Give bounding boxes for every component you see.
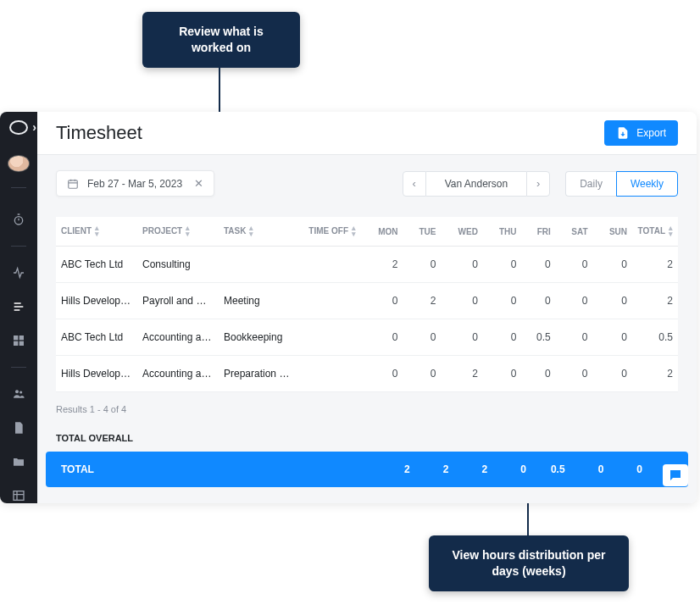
col-task[interactable]: TASK▴▾ <box>219 217 300 247</box>
col-tue[interactable]: TUE <box>403 217 442 247</box>
table-icon[interactable] <box>11 488 26 503</box>
cell-sat: 0 <box>556 319 593 356</box>
page-title: Timesheet <box>56 122 142 144</box>
cell-client: Hills Development <box>56 283 137 319</box>
col-fri[interactable]: FRI <box>522 217 556 247</box>
total-sun: 0 <box>608 463 647 475</box>
table-row[interactable]: ABC Tech LtdAccounting and …Bookkeeping0… <box>56 319 678 356</box>
col-timeoff[interactable]: TIME OFF▴▾ <box>300 217 361 247</box>
cell-sun: 0 <box>593 356 632 392</box>
annotation-bottom: View hours distribution per days (weeks) <box>429 535 629 591</box>
total-overall-label: TOTAL OVERALL <box>56 433 678 443</box>
cell-total: 2 <box>632 356 678 392</box>
cell-task: Preparation of a… <box>219 356 300 392</box>
stopwatch-icon[interactable] <box>11 212 26 227</box>
main-content: Timesheet Export Feb 27 - Mar 5, 2023 ✕ … <box>37 112 697 503</box>
table-row[interactable]: Hills DevelopmentPayroll and Glob…Meetin… <box>56 283 678 319</box>
cell-wed: 2 <box>441 356 483 392</box>
cell-sat: 0 <box>556 247 593 283</box>
total-wed: 2 <box>453 463 492 475</box>
svg-rect-2 <box>19 336 24 340</box>
results-info: Results 1 - 4 of 4 <box>56 404 678 414</box>
svg-point-0 <box>14 217 22 225</box>
table-row[interactable]: Hills DevelopmentAccounting and …Prepara… <box>56 356 678 392</box>
cell-total: 0.5 <box>632 319 678 356</box>
avatar[interactable] <box>8 155 30 172</box>
cell-project: Payroll and Glob… <box>137 283 219 319</box>
cell-project: Accounting and … <box>137 356 219 392</box>
cell-time_off <box>300 247 361 283</box>
next-user-button[interactable]: › <box>526 171 550 197</box>
svg-point-6 <box>19 391 22 393</box>
cell-sat: 0 <box>556 356 593 392</box>
cell-project: Consulting <box>137 247 219 283</box>
table-header-row: CLIENT▴▾ PROJECT▴▾ TASK▴▾ TIME OFF▴▾ MON… <box>56 217 678 247</box>
totals-row: TOTAL 2 2 2 0 0.5 0 0 <box>46 452 688 487</box>
col-client[interactable]: CLIENT▴▾ <box>56 217 137 247</box>
cell-sun: 0 <box>593 247 632 283</box>
cell-tue: 0 <box>403 247 442 283</box>
folder-icon[interactable] <box>11 454 26 469</box>
controls-bar: Feb 27 - Mar 5, 2023 ✕ ‹ Van Anderson › … <box>37 155 697 197</box>
svg-point-5 <box>15 390 19 393</box>
header: Timesheet Export <box>37 112 697 155</box>
annotation-top: Review what is worked on <box>142 12 300 68</box>
activity-icon[interactable] <box>11 265 26 280</box>
sort-icon: ▴▾ <box>352 225 356 237</box>
export-icon <box>616 126 630 140</box>
cell-tue: 0 <box>403 356 442 392</box>
total-tue: 2 <box>415 463 454 475</box>
total-mon: 2 <box>376 463 415 475</box>
table-row[interactable]: ABC Tech LtdConsulting20000002 <box>56 247 678 283</box>
svg-rect-8 <box>69 180 78 187</box>
clear-date-icon[interactable]: ✕ <box>191 177 203 190</box>
cell-mon: 2 <box>361 247 403 283</box>
col-thu[interactable]: THU <box>483 217 522 247</box>
date-range-picker[interactable]: Feb 27 - Mar 5, 2023 ✕ <box>56 170 214 197</box>
export-button[interactable]: Export <box>604 120 678 146</box>
cell-fri: 0.5 <box>522 319 556 356</box>
col-total[interactable]: TOTAL▴▾ <box>632 217 678 247</box>
cell-mon: 0 <box>361 356 403 392</box>
cell-task: Bookkeeping <box>219 319 300 356</box>
prev-user-button[interactable]: ‹ <box>403 171 426 197</box>
cell-thu: 0 <box>483 283 522 319</box>
cell-tue: 0 <box>403 319 442 356</box>
toggle-weekly[interactable]: Weekly <box>616 171 678 197</box>
cell-time_off <box>300 319 361 356</box>
cell-total: 2 <box>632 283 678 319</box>
toggle-daily[interactable]: Daily <box>565 171 616 197</box>
date-range-text: Feb 27 - Mar 5, 2023 <box>87 178 182 190</box>
app-logo-icon <box>9 120 28 135</box>
cell-total: 2 <box>632 247 678 283</box>
file-icon[interactable] <box>11 420 26 435</box>
totals-label: TOTAL <box>61 463 376 475</box>
sort-icon: ▴▾ <box>249 225 253 237</box>
cell-sun: 0 <box>593 283 632 319</box>
export-label: Export <box>636 127 666 139</box>
total-sat: 0 <box>570 463 609 475</box>
chat-icon[interactable] <box>663 464 688 486</box>
cell-fri: 0 <box>522 283 556 319</box>
cell-thu: 0 <box>483 319 522 356</box>
user-name[interactable]: Van Anderson <box>426 171 527 197</box>
users-icon[interactable] <box>11 386 26 402</box>
user-nav: ‹ Van Anderson › <box>403 171 551 197</box>
col-project[interactable]: PROJECT▴▾ <box>137 217 219 247</box>
sidebar <box>0 112 37 503</box>
grid-icon[interactable] <box>11 333 26 348</box>
col-mon[interactable]: MON <box>361 217 403 247</box>
col-sun[interactable]: SUN <box>593 217 632 247</box>
total-thu: 0 <box>492 463 531 475</box>
col-sat[interactable]: SAT <box>556 217 593 247</box>
sidebar-divider <box>11 246 26 247</box>
app-window: Timesheet Export Feb 27 - Mar 5, 2023 ✕ … <box>0 112 697 503</box>
cell-client: ABC Tech Ltd <box>56 247 137 283</box>
sidebar-divider <box>11 367 26 368</box>
cell-sat: 0 <box>556 283 593 319</box>
col-wed[interactable]: WED <box>441 217 483 247</box>
sort-icon: ▴▾ <box>95 225 99 237</box>
svg-rect-7 <box>14 491 24 501</box>
list-icon[interactable] <box>11 299 26 314</box>
cell-wed: 0 <box>441 247 483 283</box>
